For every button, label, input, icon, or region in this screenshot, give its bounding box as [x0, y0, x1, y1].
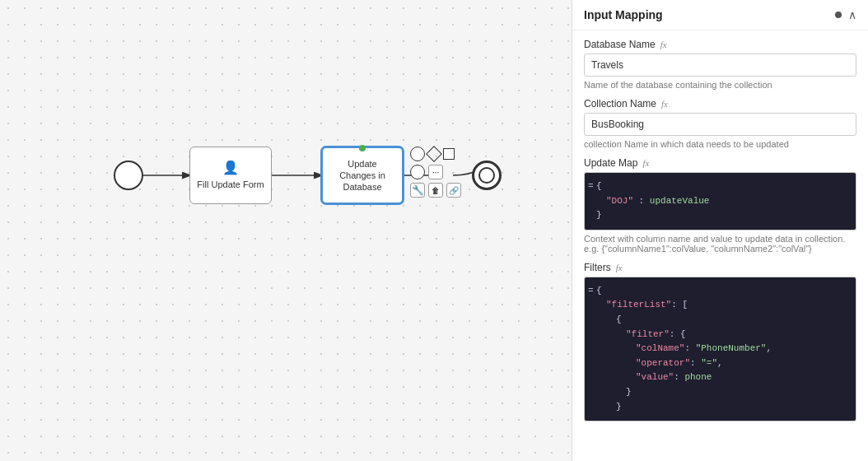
collection-name-hint: collection Name in which data needs to b…	[584, 139, 856, 149]
add-circle-tool[interactable]	[410, 147, 425, 161]
workflow-canvas[interactable]: 👤 Fill Update Form UpdateChanges inDatab…	[0, 0, 572, 461]
eq-sign: =	[588, 179, 594, 194]
wrench-tool[interactable]: 🔧	[410, 183, 425, 198]
filters-code[interactable]: = { "filterList": [ { "filter": { "colNa…	[584, 277, 856, 421]
update-changes-db-node[interactable]: UpdateChanges inDatabase	[321, 147, 404, 204]
node-toolbar: ··· 🔧 🗑 🔗	[410, 147, 461, 198]
collapse-icon[interactable]: ∧	[848, 8, 856, 21]
person-icon: 👤	[222, 160, 239, 175]
update-map-code[interactable]: = { "DOJ" : updateValue }	[584, 172, 856, 230]
filters-label: Filters fx	[584, 262, 856, 273]
event-tool[interactable]	[410, 165, 425, 179]
database-name-label: Database Name fx	[584, 39, 856, 50]
collection-name-group: Collection Name fx collection Name in wh…	[584, 98, 856, 149]
panel-header-controls: ∧	[835, 8, 856, 21]
filters-eq-sign: =	[588, 284, 594, 299]
square-tool[interactable]	[443, 148, 455, 160]
update-changes-db-label: UpdateChanges inDatabase	[339, 158, 385, 193]
database-name-hint: Name of the database containing the coll…	[584, 80, 856, 90]
database-name-group: Database Name fx Name of the database co…	[584, 39, 856, 90]
filters-group: Filters fx = { "filterList": [ { "filter…	[584, 262, 856, 421]
start-event[interactable]	[114, 161, 143, 190]
update-map-fx[interactable]: fx	[642, 158, 649, 168]
dots-tool[interactable]: ···	[428, 165, 443, 179]
fill-update-form-label: Fill Update Form	[197, 179, 264, 190]
database-name-input[interactable]	[584, 54, 856, 77]
collection-name-label: Collection Name fx	[584, 98, 856, 109]
diamond-tool[interactable]	[426, 146, 442, 162]
delete-tool[interactable]: 🗑	[428, 183, 443, 198]
end-event[interactable]	[472, 161, 502, 190]
update-map-hint: Context with column name and value to up…	[584, 234, 856, 254]
panel-fields: Database Name fx Name of the database co…	[572, 30, 868, 430]
database-name-fx[interactable]: fx	[660, 40, 667, 49]
status-dot	[835, 12, 842, 18]
collection-name-fx[interactable]: fx	[661, 99, 668, 109]
fill-update-form-node[interactable]: 👤 Fill Update Form	[189, 147, 272, 204]
end-event-inner	[478, 167, 495, 184]
filters-fx[interactable]: fx	[616, 263, 623, 272]
input-mapping-panel: Input Mapping ∧ Database Name fx Name of…	[572, 0, 868, 461]
update-map-label: Update Map fx	[584, 157, 856, 169]
panel-title: Input Mapping	[584, 8, 663, 21]
active-indicator	[359, 145, 366, 151]
panel-header: Input Mapping ∧	[572, 0, 868, 30]
link-tool[interactable]: 🔗	[446, 183, 461, 198]
collection-name-input[interactable]	[584, 113, 856, 136]
update-map-group: Update Map fx = { "DOJ" : updateValue } …	[584, 157, 856, 254]
